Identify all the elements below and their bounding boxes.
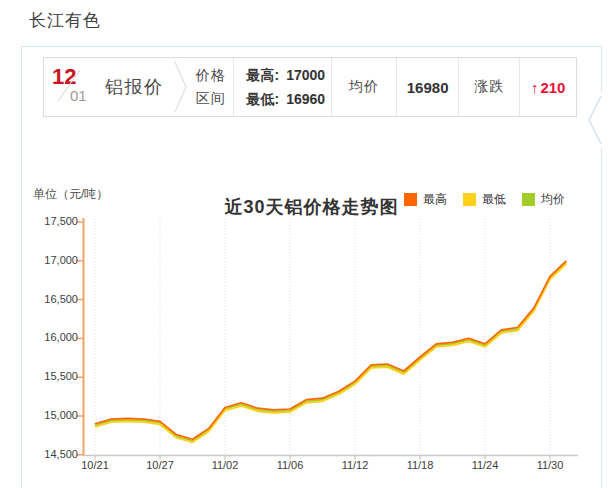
chart-legend: 最高最低均价 bbox=[404, 191, 581, 208]
price-range-label: 价格 区间 bbox=[189, 58, 233, 116]
x-tick-label: 11/12 bbox=[331, 459, 379, 471]
up-arrow-icon: ↑ bbox=[531, 79, 539, 96]
change-value-block: ↑ 210 bbox=[519, 58, 576, 116]
x-tick-label: 11/18 bbox=[396, 459, 444, 471]
x-tick-label: 11/06 bbox=[266, 459, 314, 471]
low-label: 最低: bbox=[247, 91, 280, 107]
page-title: 长江有色 bbox=[29, 9, 101, 32]
x-tick-label: 11/02 bbox=[201, 459, 249, 471]
legend-item[interactable]: 最高 bbox=[404, 191, 447, 208]
high-value: 17000 bbox=[286, 67, 325, 83]
x-tick-label: 11/24 bbox=[461, 459, 509, 471]
quote-date: 12 01 bbox=[44, 58, 96, 116]
avg-label: 均价 bbox=[331, 58, 397, 116]
breadcrumb-chevron-icon bbox=[173, 58, 189, 116]
y-tick-label: 15,000 bbox=[28, 409, 78, 421]
legend-label: 最高 bbox=[423, 191, 447, 208]
change-value: 210 bbox=[540, 79, 565, 96]
panel-collapse-chevron-icon[interactable] bbox=[584, 92, 604, 152]
high-label: 最高: bbox=[247, 67, 280, 83]
x-tick-label: 11/30 bbox=[526, 459, 574, 471]
quote-panel: 12 01 铝报价 价格 区间 最高:17000 最低:16960 bbox=[21, 46, 602, 488]
quote-date-day: 01 bbox=[70, 87, 87, 104]
page: 长江有色 12 01 铝报价 价格 区间 最高:17000 bbox=[0, 0, 612, 488]
y-tick-label: 17,000 bbox=[28, 254, 78, 266]
x-tick-label: 10/27 bbox=[136, 459, 184, 471]
legend-item[interactable]: 均价 bbox=[522, 191, 565, 208]
legend-swatch-icon bbox=[463, 193, 476, 206]
y-tick-label: 16,500 bbox=[28, 293, 78, 305]
high-low-block: 最高:17000 最低:16960 bbox=[233, 58, 331, 116]
legend-label: 均价 bbox=[541, 191, 565, 208]
legend-swatch-icon bbox=[404, 193, 417, 206]
change-label: 涨跌 bbox=[458, 58, 520, 116]
y-tick-label: 15,500 bbox=[28, 370, 78, 382]
legend-label: 最低 bbox=[482, 191, 506, 208]
y-tick-label: 17,500 bbox=[28, 215, 78, 227]
high-row: 最高:17000 bbox=[247, 63, 326, 87]
quote-bar[interactable]: 12 01 铝报价 价格 区间 最高:17000 最低:16960 bbox=[43, 57, 577, 117]
y-tick-label: 14,500 bbox=[28, 448, 78, 460]
low-value: 16960 bbox=[286, 91, 325, 107]
avg-value: 16980 bbox=[396, 58, 458, 116]
y-tick-label: 16,000 bbox=[28, 331, 78, 343]
legend-swatch-icon bbox=[522, 193, 535, 206]
legend-item[interactable]: 最低 bbox=[463, 191, 506, 208]
low-row: 最低:16960 bbox=[247, 87, 326, 111]
x-tick-label: 10/21 bbox=[71, 459, 119, 471]
product-name[interactable]: 铝报价 bbox=[96, 58, 173, 116]
chart-unit-label: 单位（元/吨） bbox=[33, 186, 108, 203]
